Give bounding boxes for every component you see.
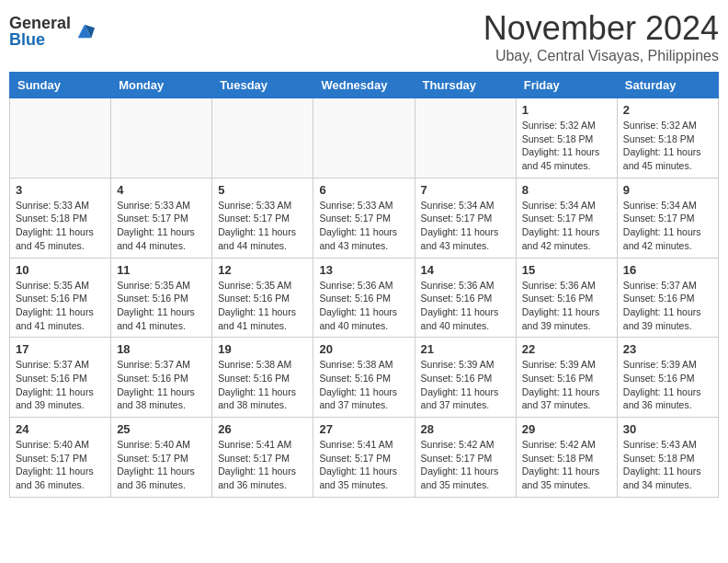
calendar-day-cell: 27Sunrise: 5:41 AM Sunset: 5:17 PM Dayli… bbox=[313, 418, 415, 498]
day-info: Sunrise: 5:34 AM Sunset: 5:17 PM Dayligh… bbox=[623, 199, 712, 253]
calendar-day-cell: 7Sunrise: 5:34 AM Sunset: 5:17 PM Daylig… bbox=[415, 178, 516, 258]
weekday-header: Monday bbox=[111, 73, 212, 98]
day-number: 9 bbox=[623, 183, 712, 197]
day-number: 13 bbox=[319, 263, 408, 277]
day-info: Sunrise: 5:33 AM Sunset: 5:17 PM Dayligh… bbox=[218, 199, 307, 253]
weekday-header: Saturday bbox=[617, 73, 718, 98]
calendar-day-cell: 13Sunrise: 5:36 AM Sunset: 5:16 PM Dayli… bbox=[313, 258, 415, 338]
calendar-week-row: 17Sunrise: 5:37 AM Sunset: 5:16 PM Dayli… bbox=[10, 338, 719, 418]
day-number: 12 bbox=[218, 263, 307, 277]
day-info: Sunrise: 5:40 AM Sunset: 5:17 PM Dayligh… bbox=[16, 438, 105, 492]
calendar-day-cell: 2Sunrise: 5:32 AM Sunset: 5:18 PM Daylig… bbox=[617, 98, 718, 178]
calendar-day-cell: 29Sunrise: 5:42 AM Sunset: 5:18 PM Dayli… bbox=[516, 418, 617, 498]
calendar-day-cell: 22Sunrise: 5:39 AM Sunset: 5:16 PM Dayli… bbox=[516, 338, 617, 418]
calendar-day-cell: 15Sunrise: 5:36 AM Sunset: 5:16 PM Dayli… bbox=[516, 258, 617, 338]
day-info: Sunrise: 5:34 AM Sunset: 5:17 PM Dayligh… bbox=[421, 199, 510, 253]
day-number: 10 bbox=[16, 263, 105, 277]
day-info: Sunrise: 5:34 AM Sunset: 5:17 PM Dayligh… bbox=[522, 199, 611, 253]
day-info: Sunrise: 5:40 AM Sunset: 5:17 PM Dayligh… bbox=[117, 438, 206, 492]
day-info: Sunrise: 5:36 AM Sunset: 5:16 PM Dayligh… bbox=[522, 279, 611, 333]
page-header: General Blue November 2024 Ubay, Central… bbox=[9, 9, 719, 64]
location-subtitle: Ubay, Central Visayas, Philippines bbox=[483, 48, 719, 64]
calendar-day-cell: 10Sunrise: 5:35 AM Sunset: 5:16 PM Dayli… bbox=[10, 258, 111, 338]
calendar-day-cell: 21Sunrise: 5:39 AM Sunset: 5:16 PM Dayli… bbox=[415, 338, 516, 418]
day-number: 16 bbox=[623, 263, 712, 277]
day-number: 7 bbox=[421, 183, 510, 197]
calendar-day-cell: 18Sunrise: 5:37 AM Sunset: 5:16 PM Dayli… bbox=[111, 338, 212, 418]
day-info: Sunrise: 5:37 AM Sunset: 5:16 PM Dayligh… bbox=[16, 358, 105, 412]
calendar-day-cell bbox=[415, 98, 516, 178]
day-number: 25 bbox=[117, 422, 206, 436]
calendar-day-cell: 23Sunrise: 5:39 AM Sunset: 5:16 PM Dayli… bbox=[617, 338, 718, 418]
calendar-day-cell: 19Sunrise: 5:38 AM Sunset: 5:16 PM Dayli… bbox=[212, 338, 313, 418]
calendar-week-row: 1Sunrise: 5:32 AM Sunset: 5:18 PM Daylig… bbox=[10, 98, 719, 178]
day-info: Sunrise: 5:37 AM Sunset: 5:16 PM Dayligh… bbox=[623, 279, 712, 333]
calendar-day-cell: 9Sunrise: 5:34 AM Sunset: 5:17 PM Daylig… bbox=[617, 178, 718, 258]
calendar-day-cell: 20Sunrise: 5:38 AM Sunset: 5:16 PM Dayli… bbox=[313, 338, 415, 418]
day-number: 15 bbox=[522, 263, 611, 277]
logo-icon bbox=[74, 21, 95, 41]
day-info: Sunrise: 5:41 AM Sunset: 5:17 PM Dayligh… bbox=[319, 438, 408, 492]
day-info: Sunrise: 5:39 AM Sunset: 5:16 PM Dayligh… bbox=[522, 358, 611, 412]
day-info: Sunrise: 5:38 AM Sunset: 5:16 PM Dayligh… bbox=[319, 358, 408, 412]
calendar-table: SundayMondayTuesdayWednesdayThursdayFrid… bbox=[9, 72, 719, 498]
day-info: Sunrise: 5:33 AM Sunset: 5:17 PM Dayligh… bbox=[319, 199, 408, 253]
day-info: Sunrise: 5:42 AM Sunset: 5:17 PM Dayligh… bbox=[421, 438, 510, 492]
weekday-header: Wednesday bbox=[313, 73, 415, 98]
calendar-day-cell: 25Sunrise: 5:40 AM Sunset: 5:17 PM Dayli… bbox=[111, 418, 212, 498]
calendar-day-cell: 14Sunrise: 5:36 AM Sunset: 5:16 PM Dayli… bbox=[415, 258, 516, 338]
day-info: Sunrise: 5:42 AM Sunset: 5:18 PM Dayligh… bbox=[522, 438, 611, 492]
calendar-week-row: 24Sunrise: 5:40 AM Sunset: 5:17 PM Dayli… bbox=[10, 418, 719, 498]
day-info: Sunrise: 5:38 AM Sunset: 5:16 PM Dayligh… bbox=[218, 358, 307, 412]
day-info: Sunrise: 5:37 AM Sunset: 5:16 PM Dayligh… bbox=[117, 358, 206, 412]
day-number: 1 bbox=[522, 103, 611, 117]
calendar-day-cell: 6Sunrise: 5:33 AM Sunset: 5:17 PM Daylig… bbox=[313, 178, 415, 258]
day-info: Sunrise: 5:33 AM Sunset: 5:18 PM Dayligh… bbox=[16, 199, 105, 253]
calendar-day-cell: 3Sunrise: 5:33 AM Sunset: 5:18 PM Daylig… bbox=[10, 178, 111, 258]
calendar-day-cell: 17Sunrise: 5:37 AM Sunset: 5:16 PM Dayli… bbox=[10, 338, 111, 418]
day-number: 2 bbox=[623, 103, 712, 117]
day-info: Sunrise: 5:32 AM Sunset: 5:18 PM Dayligh… bbox=[522, 119, 611, 173]
day-info: Sunrise: 5:35 AM Sunset: 5:16 PM Dayligh… bbox=[117, 279, 206, 333]
day-number: 20 bbox=[319, 342, 408, 356]
calendar-day-cell: 8Sunrise: 5:34 AM Sunset: 5:17 PM Daylig… bbox=[516, 178, 617, 258]
calendar-day-cell: 5Sunrise: 5:33 AM Sunset: 5:17 PM Daylig… bbox=[212, 178, 313, 258]
day-number: 11 bbox=[117, 263, 206, 277]
weekday-header: Tuesday bbox=[212, 73, 313, 98]
day-info: Sunrise: 5:35 AM Sunset: 5:16 PM Dayligh… bbox=[16, 279, 105, 333]
calendar-day-cell: 1Sunrise: 5:32 AM Sunset: 5:18 PM Daylig… bbox=[516, 98, 617, 178]
day-info: Sunrise: 5:36 AM Sunset: 5:16 PM Dayligh… bbox=[421, 279, 510, 333]
calendar-day-cell: 11Sunrise: 5:35 AM Sunset: 5:16 PM Dayli… bbox=[111, 258, 212, 338]
day-number: 19 bbox=[218, 342, 307, 356]
weekday-header-row: SundayMondayTuesdayWednesdayThursdayFrid… bbox=[10, 73, 719, 98]
title-area: November 2024 Ubay, Central Visayas, Phi… bbox=[483, 9, 719, 64]
day-info: Sunrise: 5:39 AM Sunset: 5:16 PM Dayligh… bbox=[623, 358, 712, 412]
logo: General Blue bbox=[9, 15, 95, 48]
calendar-day-cell: 26Sunrise: 5:41 AM Sunset: 5:17 PM Dayli… bbox=[212, 418, 313, 498]
day-number: 4 bbox=[117, 183, 206, 197]
day-info: Sunrise: 5:41 AM Sunset: 5:17 PM Dayligh… bbox=[218, 438, 307, 492]
logo-general-text: General bbox=[9, 15, 71, 31]
calendar-day-cell bbox=[111, 98, 212, 178]
logo-blue-text: Blue bbox=[9, 31, 71, 48]
day-number: 26 bbox=[218, 422, 307, 436]
calendar-week-row: 10Sunrise: 5:35 AM Sunset: 5:16 PM Dayli… bbox=[10, 258, 719, 338]
calendar-day-cell: 28Sunrise: 5:42 AM Sunset: 5:17 PM Dayli… bbox=[415, 418, 516, 498]
calendar-day-cell: 4Sunrise: 5:33 AM Sunset: 5:17 PM Daylig… bbox=[111, 178, 212, 258]
calendar-week-row: 3Sunrise: 5:33 AM Sunset: 5:18 PM Daylig… bbox=[10, 178, 719, 258]
day-number: 18 bbox=[117, 342, 206, 356]
day-number: 23 bbox=[623, 342, 712, 356]
day-number: 30 bbox=[623, 422, 712, 436]
calendar-day-cell bbox=[10, 98, 111, 178]
day-info: Sunrise: 5:32 AM Sunset: 5:18 PM Dayligh… bbox=[623, 119, 712, 173]
calendar-day-cell: 12Sunrise: 5:35 AM Sunset: 5:16 PM Dayli… bbox=[212, 258, 313, 338]
day-number: 24 bbox=[16, 422, 105, 436]
calendar-day-cell: 30Sunrise: 5:43 AM Sunset: 5:18 PM Dayli… bbox=[617, 418, 718, 498]
calendar-day-cell: 24Sunrise: 5:40 AM Sunset: 5:17 PM Dayli… bbox=[10, 418, 111, 498]
calendar-day-cell bbox=[212, 98, 313, 178]
day-number: 21 bbox=[421, 342, 510, 356]
calendar-day-cell bbox=[313, 98, 415, 178]
day-number: 27 bbox=[319, 422, 408, 436]
day-info: Sunrise: 5:36 AM Sunset: 5:16 PM Dayligh… bbox=[319, 279, 408, 333]
day-number: 14 bbox=[421, 263, 510, 277]
